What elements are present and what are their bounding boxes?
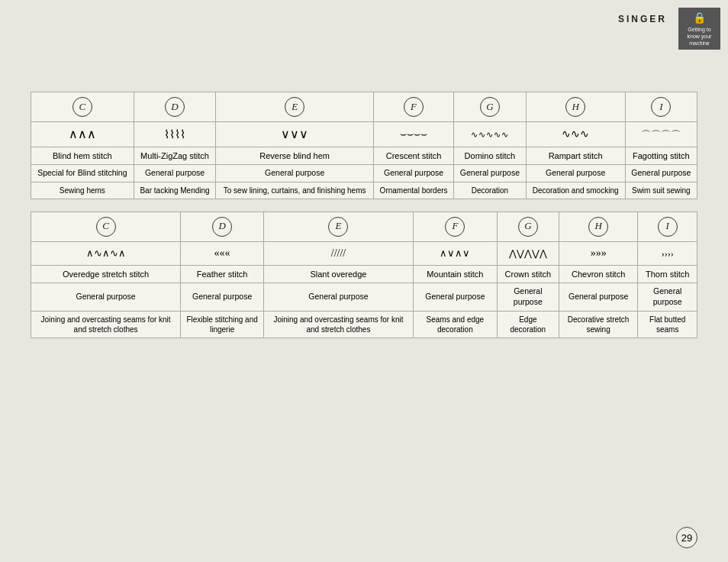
use-d-1: Bar tacking Mending [134, 182, 216, 199]
symbol-f-1: ⌣⌣⌣⌣ [373, 122, 453, 147]
badge-icon: 🔒 [693, 11, 706, 24]
name-row-1: Blind hem stitch Multi-ZigZag stitch Rev… [31, 147, 697, 165]
symbol-row-2: ∧∿∧∿∧ ««« ///// ∧∨∧∨ ⋀⋁⋀⋁⋀ »»» ›››› [31, 241, 697, 265]
col-d-1: D [134, 92, 216, 122]
col-f-1: F [373, 92, 453, 122]
symbol-g-1: ∿∿∿∿∿ [454, 122, 526, 147]
symbol-d-1: ⌇⌇⌇⌇ [134, 122, 216, 147]
col-g-2: G [497, 212, 559, 241]
use-c-2: Joining and overcasting seams for knit a… [31, 311, 181, 338]
name-h-1: Rampart stitch [526, 147, 625, 165]
purpose-h-1: General purpose [526, 165, 625, 182]
symbol-h-1: ∿∿∿ [526, 122, 625, 147]
purpose-row-2: General purpose General purpose General … [31, 283, 697, 311]
name-c-1: Blind hem stitch [31, 147, 134, 165]
col-i-1: I [625, 92, 697, 122]
purpose-g-1: General purpose [454, 165, 526, 182]
name-g-1: Domino stitch [454, 147, 526, 165]
use-i-2: Flat butted seams [638, 311, 697, 338]
purpose-c-2: General purpose [31, 283, 181, 311]
singer-logo: SINGER [618, 14, 667, 24]
use-row-2: Joining and overcasting seams for knit a… [31, 311, 697, 338]
symbol-e-2: ///// [264, 241, 414, 265]
use-e-1: To sew lining, curtains, and finishing h… [216, 182, 374, 199]
purpose-g-2: General purpose [497, 283, 559, 311]
col-c-2: C [31, 212, 181, 241]
col-d-2: D [181, 212, 264, 241]
purpose-d-2: General purpose [181, 283, 264, 311]
badge-line1: Getting to [688, 26, 710, 33]
badge-line2: know your [688, 33, 712, 40]
name-i-1: Fagotting stitch [625, 147, 697, 165]
name-d-1: Multi-ZigZag stitch [134, 147, 216, 165]
header-row-1: C D E F G H I [31, 92, 697, 122]
use-i-1: Swim suit sewing [625, 182, 697, 199]
symbol-c-1: ∧∧∧ [31, 122, 134, 147]
purpose-d-1: General purpose [134, 165, 216, 182]
col-c-1: C [31, 92, 134, 122]
col-i-2: I [638, 212, 697, 241]
corner-badge: 🔒 Getting to know your machine [678, 8, 720, 50]
purpose-e-1: General purpose [216, 165, 374, 182]
purpose-i-1: General purpose [625, 165, 697, 182]
name-row-2: Overedge stretch stitch Feather stitch S… [31, 265, 697, 283]
symbol-d-2: ««« [181, 241, 264, 265]
name-g-2: Crown stitch [497, 265, 559, 283]
name-e-2: Slant overedge [264, 265, 414, 283]
col-h-1: H [526, 92, 625, 122]
use-g-1: Decoration [454, 182, 526, 199]
purpose-row-1: Special for Blind stitching General purp… [31, 165, 697, 182]
purpose-f-1: General purpose [373, 165, 453, 182]
col-h-2: H [559, 212, 638, 241]
col-f-2: F [413, 212, 497, 241]
symbol-c-2: ∧∿∧∿∧ [31, 241, 181, 265]
purpose-i-2: General purpose [638, 283, 697, 311]
col-g-1: G [454, 92, 526, 122]
use-row-1: Sewing hems Bar tacking Mending To sew l… [31, 182, 697, 199]
symbol-row-1: ∧∧∧ ⌇⌇⌇⌇ ∨∨∨ ⌣⌣⌣⌣ ∿∿∿∿∿ ∿∿∿ ⌒⌒⌒⌒ [31, 122, 697, 147]
stitch-table-1: C D E F G H I ∧∧∧ ⌇⌇⌇⌇ ∨∨∨ ⌣⌣⌣⌣ ∿∿∿∿∿ ∿∿… [31, 92, 697, 199]
symbol-e-1: ∨∨∨ [216, 122, 374, 147]
name-d-2: Feather stitch [181, 265, 264, 283]
use-h-1: Decoration and smocking [526, 182, 625, 199]
stitch-table-2: C D E F G H I ∧∿∧∿∧ ««« ///// ∧∨∧∨ ⋀⋁⋀⋁⋀… [31, 212, 697, 338]
use-c-1: Sewing hems [31, 182, 134, 199]
badge-line3: machine [689, 40, 709, 47]
use-f-2: Seams and edge decoration [413, 311, 497, 338]
name-h-2: Chevron stitch [559, 265, 638, 283]
use-h-2: Decorative stretch sewing [559, 311, 638, 338]
name-e-1: Reverse blind hem [216, 147, 374, 165]
symbol-h-2: »»» [559, 241, 638, 265]
purpose-e-2: General purpose [264, 283, 414, 311]
name-c-2: Overedge stretch stitch [31, 265, 181, 283]
symbol-i-2: ›››› [638, 241, 697, 265]
col-e-1: E [216, 92, 374, 122]
purpose-h-2: General purpose [559, 283, 638, 311]
purpose-f-2: General purpose [413, 283, 497, 311]
symbol-g-2: ⋀⋁⋀⋁⋀ [497, 241, 559, 265]
name-f-1: Crescent stitch [373, 147, 453, 165]
symbol-f-2: ∧∨∧∨ [413, 241, 497, 265]
name-f-2: Mountain stitch [413, 265, 497, 283]
purpose-c-1: Special for Blind stitching [31, 165, 134, 182]
name-i-2: Thorn stitch [638, 265, 697, 283]
page-number: 29 [676, 527, 697, 548]
use-e-2: Joining and overcasting seams for knit a… [264, 311, 414, 338]
col-e-2: E [264, 212, 414, 241]
header-row-2: C D E F G H I [31, 212, 697, 241]
symbol-i-1: ⌒⌒⌒⌒ [625, 122, 697, 147]
use-g-2: Edge decoration [497, 311, 559, 338]
use-f-1: Ornamental borders [373, 182, 453, 199]
use-d-2: Flexible stitching and lingerie [181, 311, 264, 338]
